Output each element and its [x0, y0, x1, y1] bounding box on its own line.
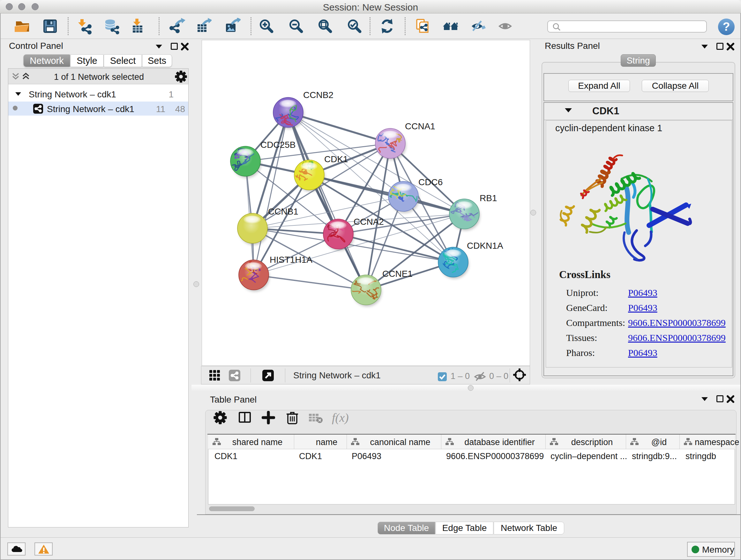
svg-text:CDC25B: CDC25B — [260, 140, 295, 150]
svg-text:CCNA1: CCNA1 — [405, 121, 435, 131]
svg-text:HIST1H1A: HIST1H1A — [270, 255, 313, 265]
svg-text:CDK1: CDK1 — [324, 154, 348, 164]
svg-text:CDC6: CDC6 — [418, 177, 443, 187]
svg-text:CCNB2: CCNB2 — [303, 90, 333, 100]
svg-text:CCNE1: CCNE1 — [382, 269, 413, 279]
svg-text:CDKN1A: CDKN1A — [467, 241, 503, 251]
svg-text:CCNB1: CCNB1 — [268, 206, 298, 216]
svg-text:RB1: RB1 — [480, 193, 497, 203]
svg-text:CCNA2: CCNA2 — [354, 217, 384, 227]
